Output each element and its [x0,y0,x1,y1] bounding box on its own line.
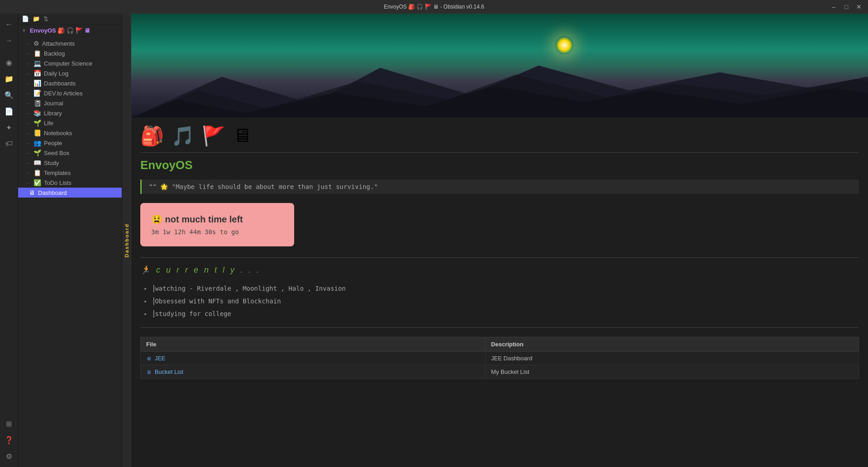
table-cell-file-1: 🖥 JEE [141,352,486,365]
table-row: 🖥 Bucket List My Bucket List [141,365,859,379]
new-note-button[interactable]: 📄 [2,104,16,118]
vertical-panel: Dashboard [122,14,131,467]
sidebar-item-life[interactable]: → 🌱 Life [18,118,122,128]
nav-back-button[interactable]: ← [2,17,16,32]
computer-icon[interactable]: 🖥 [233,125,252,147]
table-header-file: File [141,337,486,352]
divider-1 [140,257,859,258]
table-row: 🖥 JEE JEE Dashboard [141,352,859,365]
vertical-panel-text: Dashboard [124,223,129,257]
titlebar-controls: – □ ✕ [829,3,863,10]
table-cell-file-2: 🖥 Bucket List [141,365,486,379]
currently-item-2: ⎥Obsessed with NFTs and Blockchain [151,295,859,307]
titlebar: EnvoyOS 🎒 🎧 🚩 🖥 - Obsidian v0.14.6 – □ ✕ [0,0,868,14]
table-cell-desc-1: JEE Dashboard [486,352,859,365]
sidebar-item-study[interactable]: → 📖 Study [18,158,122,168]
time-card-subtitle: 3m 1w 12h 44m 30s to go [151,228,283,236]
help-button[interactable]: ❓ [2,433,16,447]
content-area: 🎒 🎵 🚩 🖥 EnvoyOS ❝❝ 🌟 "Maybe life should … [131,118,868,397]
sidebar-label-computer-science: Computer Science [44,60,92,67]
sidebar-label-templates: Templates [44,170,71,176]
sort-icon[interactable]: ⇅ [43,15,48,22]
sidebar-item-backlog[interactable]: → 📋 Backlog [18,48,122,58]
tags-button[interactable]: 🏷 [2,137,16,151]
banner-sun [555,36,573,54]
sidebar-item-library[interactable]: → 📚 Library [18,108,122,118]
vault-arrow: ▼ [22,28,26,33]
new-folder-icon[interactable]: 📁 [33,15,40,22]
sidebar-file-tree: → ⚙ Attachments → 📋 Backlog → 💻 Computer… [18,37,122,467]
quote-text: ❝❝ 🌟 "Maybe life should be about more th… [149,183,378,190]
pink-time-card: 😫 not much time left 3m 1w 12h 44m 30s t… [140,203,294,246]
currently-title: 🏃 c u r r e n t l y . . . [140,265,859,275]
sidebar-item-attachments[interactable]: → ⚙ Attachments [18,38,122,48]
currently-item-1: ⎥watching - Riverdale , Moonlight , Halo… [151,282,859,295]
search-button[interactable]: 🔍 [2,88,16,102]
vault-name: EnvoyOS 🎒 🎧 🚩 🖥 [30,27,90,34]
sidebar-item-dashboard[interactable]: 🖥 Dashboard [18,188,122,198]
sidebar-item-computer-science[interactable]: → 💻 Computer Science [18,58,122,68]
sidebar-item-notebooks[interactable]: → 📒 Notebooks [18,128,122,138]
icon-bar: ← → ◉ 📁 🔍 📄 ✦ 🏷 ⊞ ❓ ⚙ [0,14,18,467]
file-link-1[interactable]: JEE [155,355,166,362]
vault-root[interactable]: ▼ EnvoyOS 🎒 🎧 🚩 🖥 [18,24,122,37]
sidebar-label-life: Life [44,120,53,127]
sidebar-label-journal: Journal [44,100,63,107]
sidebar-item-dashboards[interactable]: → 📊 Dashboards [18,78,122,88]
banner-image [131,14,868,118]
app-container: ← → ◉ 📁 🔍 📄 ✦ 🏷 ⊞ ❓ ⚙ 📄 📁 ⇅ ▼ EnvoyOS 🎒 … [0,14,868,467]
sidebar-item-todo[interactable]: → ✅ ToDo Lists [18,178,122,188]
quote-block: ❝❝ 🌟 "Maybe life should be about more th… [140,179,859,194]
sidebar-label-backlog: Backlog [44,50,65,57]
settings-button[interactable]: ⚙ [2,449,16,463]
sidebar-label-study: Study [44,160,59,166]
flag-icon[interactable]: 🚩 [202,125,225,147]
currently-item-3: ⎥studying for college [151,307,859,320]
minimize-button[interactable]: – [829,3,838,10]
table-cell-desc-2: My Bucket List [486,365,859,379]
sidebar-label-attachments: Attachments [42,40,75,47]
icons-row: 🎒 🎵 🚩 🖥 [140,118,859,153]
maximize-button[interactable]: □ [842,3,851,10]
sidebar-label-people: People [44,140,62,146]
graph-view-button[interactable]: ✦ [2,120,16,135]
main-content: 🎒 🎵 🚩 🖥 EnvoyOS ❝❝ 🌟 "Maybe life should … [131,14,868,467]
sidebar-item-daily-log[interactable]: → 📅 Daily Log [18,68,122,78]
page-title: EnvoyOS [140,158,859,172]
files-table: File Description 🖥 JEE JEE Dashboard [140,337,859,379]
file-link-2[interactable]: Bucket List [155,368,184,375]
sidebar-item-devto[interactable]: → 📝 DEV.to Articles [18,88,122,98]
music-icon[interactable]: 🎵 [171,125,195,147]
time-card-title: 😫 not much time left [151,214,283,225]
nav-forward-button[interactable]: → [2,33,16,48]
sidebar-label-daily-log: Daily Log [44,70,68,77]
backpack-icon[interactable]: 🎒 [140,125,164,147]
sidebar-item-templates[interactable]: → 📋 Templates [18,168,122,178]
sidebar-top-bar: 📄 📁 ⇅ [18,14,122,24]
titlebar-title: EnvoyOS 🎒 🎧 🚩 🖥 - Obsidian v0.14.6 [384,4,484,10]
file-link-icon-2: 🖥 [146,369,151,375]
sidebar-label-dashboard: Dashboard [38,189,67,196]
icon-bar-bottom: ⊞ ❓ ⚙ [2,416,16,463]
currently-list: ⎥watching - Riverdale , Moonlight , Halo… [140,282,859,320]
sidebar-label-notebooks: Notebooks [44,130,72,137]
divider-2 [140,327,859,328]
sidebar-item-seed-box[interactable]: → 🌱 Seed Box [18,148,122,158]
currently-item-1-text: ⎥watching - Riverdale , Moonlight , Halo… [151,285,346,292]
sidebar-label-dashboards: Dashboards [44,80,76,87]
currently-item-2-text: ⎥Obsessed with NFTs and Blockchain [151,297,281,305]
sidebar-item-people[interactable]: → 👥 People [18,138,122,148]
sidebar-item-journal[interactable]: → 📓 Journal [18,98,122,108]
close-button[interactable]: ✕ [854,3,863,10]
sidebar: 📄 📁 ⇅ ▼ EnvoyOS 🎒 🎧 🚩 🖥 → ⚙ Attachments … [18,14,122,467]
command-palette-button[interactable]: ⊞ [2,416,16,431]
file-link-icon-1: 🖥 [146,356,151,361]
currently-item-3-text: ⎥studying for college [151,310,231,317]
new-file-icon[interactable]: 📄 [22,15,29,22]
sidebar-label-devto: DEV.to Articles [44,90,83,97]
sidebar-label-todo: ToDo Lists [44,179,72,186]
sidebar-label-library: Library [44,110,62,117]
open-another-vault-button[interactable]: ◉ [2,55,16,70]
sidebar-label-seed-box: Seed Box [44,150,69,156]
open-folder-button[interactable]: 📁 [2,71,16,86]
